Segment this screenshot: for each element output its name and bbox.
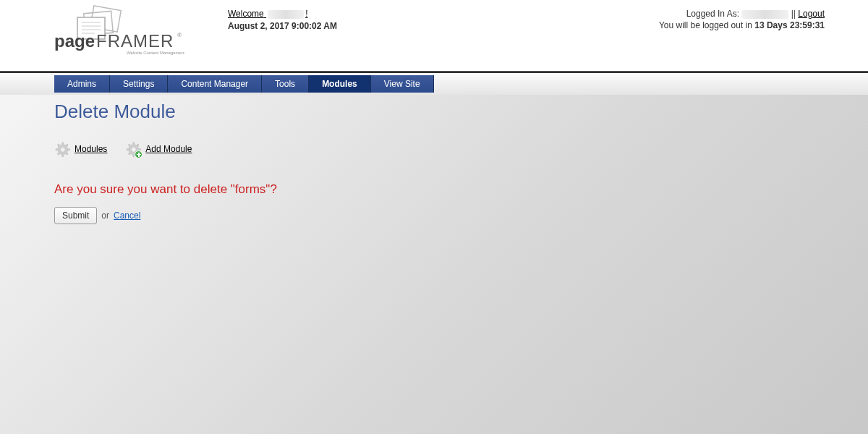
nav-tabs: Admins Settings Content Manager Tools Mo… bbox=[54, 75, 434, 93]
logout-countdown: You will be logged out in 13 Days 23:59:… bbox=[659, 20, 825, 30]
logged-in-username-redacted bbox=[741, 10, 788, 19]
svg-text:FRAMER: FRAMER bbox=[96, 31, 174, 51]
svg-point-11 bbox=[60, 147, 65, 152]
confirm-delete-text: Are you sure you want to delete "forms"? bbox=[54, 182, 814, 197]
modules-link[interactable]: Modules bbox=[75, 144, 107, 154]
form-row: Submit or Cancel bbox=[54, 207, 814, 224]
plus-badge-icon bbox=[135, 150, 142, 158]
add-module-link[interactable]: Add Module bbox=[145, 144, 192, 154]
logged-in-label: Logged In As: bbox=[686, 9, 739, 19]
tab-view-site[interactable]: View Site bbox=[371, 75, 434, 93]
content-area: Delete Module Modules bbox=[0, 95, 868, 434]
datetime: August 2, 2017 9:00:02 AM bbox=[228, 21, 337, 31]
svg-text:page: page bbox=[54, 31, 95, 51]
countdown-value: 13 Days 23:59:31 bbox=[754, 20, 825, 30]
action-links: Modules Add Module bbox=[54, 141, 814, 157]
tab-modules[interactable]: Modules bbox=[309, 75, 371, 93]
header: page FRAMER ® Website Content Management… bbox=[0, 0, 868, 71]
countdown-prefix: You will be logged out in bbox=[659, 20, 754, 30]
or-text: or bbox=[101, 210, 109, 221]
svg-text:Website Content Management: Website Content Management bbox=[127, 51, 184, 55]
submit-button[interactable]: Submit bbox=[54, 207, 97, 224]
login-info-line-1: Logged In As: || Logout bbox=[659, 9, 825, 19]
login-info: Logged In As: || Logout You will be logg… bbox=[659, 1, 825, 71]
logo: page FRAMER ® Website Content Management bbox=[54, 1, 221, 71]
tab-content-manager[interactable]: Content Manager bbox=[168, 75, 262, 93]
tab-admins[interactable]: Admins bbox=[54, 75, 110, 93]
page-title: Delete Module bbox=[54, 101, 814, 123]
welcome-suffix: ! bbox=[305, 9, 307, 19]
cancel-link[interactable]: Cancel bbox=[114, 210, 140, 221]
add-module-link-item: Add Module bbox=[125, 141, 192, 157]
separator: || bbox=[791, 9, 799, 19]
welcome-prefix: Welcome bbox=[228, 9, 264, 19]
nav-strip: Admins Settings Content Manager Tools Mo… bbox=[0, 73, 868, 95]
svg-text:®: ® bbox=[177, 32, 182, 38]
logout-link[interactable]: Logout bbox=[798, 9, 825, 19]
gear-plus-icon bbox=[125, 141, 141, 157]
tab-tools[interactable]: Tools bbox=[262, 75, 309, 93]
modules-link-item: Modules bbox=[54, 141, 107, 157]
welcome-line: Welcome ! bbox=[228, 9, 337, 19]
tab-settings[interactable]: Settings bbox=[110, 75, 168, 93]
welcome-block: Welcome ! August 2, 2017 9:00:02 AM bbox=[221, 1, 337, 71]
gear-icon bbox=[54, 141, 70, 157]
welcome-username-redacted bbox=[268, 10, 304, 19]
pageframer-logo-icon: page FRAMER ® Website Content Management bbox=[54, 5, 184, 67]
